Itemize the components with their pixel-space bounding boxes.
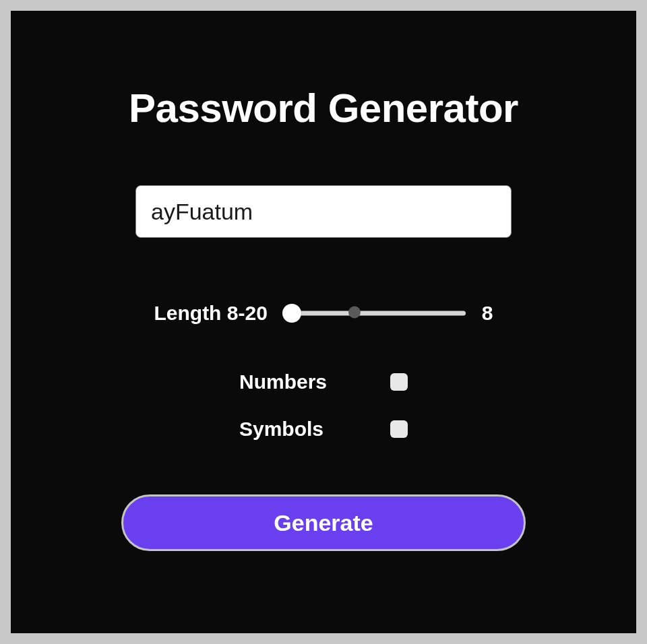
numbers-row: Numbers [239, 371, 408, 393]
numbers-checkbox[interactable] [390, 373, 408, 391]
length-slider[interactable] [284, 303, 466, 323]
password-output[interactable]: ayFuatum [135, 185, 512, 238]
length-value: 8 [482, 302, 493, 325]
slider-thumb[interactable] [282, 304, 301, 323]
symbols-checkbox[interactable] [390, 420, 408, 438]
page-title: Password Generator [129, 85, 518, 131]
slider-track [284, 311, 466, 316]
generate-button[interactable]: Generate [121, 494, 526, 551]
numbers-label: Numbers [239, 371, 327, 393]
length-row: Length 8-20 8 [135, 302, 512, 325]
options-group: Numbers Symbols [239, 371, 408, 465]
symbols-row: Symbols [239, 418, 408, 441]
password-value: ayFuatum [151, 199, 253, 225]
password-generator-card: Password Generator ayFuatum Length 8-20 … [11, 11, 636, 633]
slider-mid-dot [348, 307, 361, 319]
length-label: Length 8-20 [154, 302, 267, 325]
symbols-label: Symbols [239, 418, 324, 441]
